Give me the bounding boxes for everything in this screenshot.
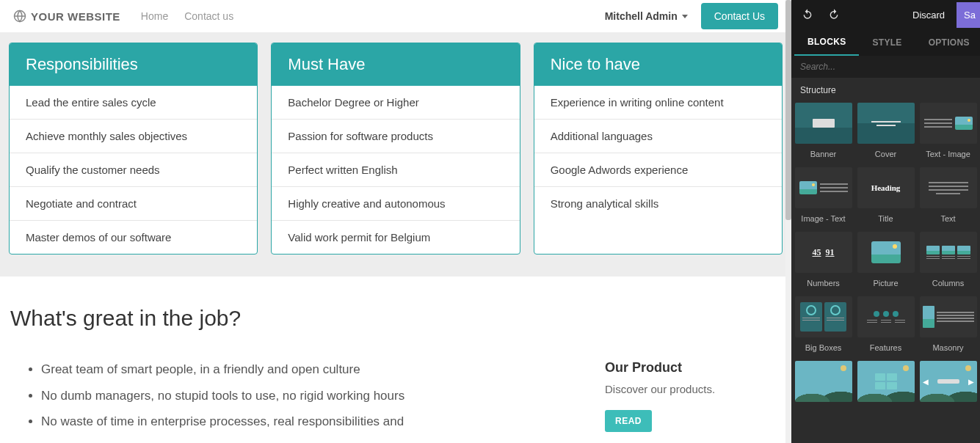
block-label: Text - Image — [926, 150, 970, 158]
nav-links: Home Contact us — [141, 10, 233, 22]
block-thumb — [857, 232, 915, 273]
block-big-boxes[interactable]: Big Boxes — [793, 293, 854, 356]
card-item[interactable]: Passion for software products — [272, 120, 519, 153]
list-item: No waste of time in enterprise processes… — [41, 412, 576, 431]
block-thumb — [857, 103, 915, 144]
user-menu[interactable]: Mitchell Admin — [605, 10, 688, 22]
product-title: Our Product — [605, 360, 781, 376]
block-banner[interactable]: Banner — [793, 100, 854, 163]
block-row5-1[interactable] — [793, 358, 854, 409]
block-numbers[interactable]: 45 91 Numbers — [793, 229, 854, 292]
chevron-down-icon — [682, 15, 688, 18]
block-thumb — [795, 103, 852, 144]
block-thumb — [795, 361, 852, 402]
discard-button[interactable]: Discard — [912, 10, 945, 21]
great-section: What's great in the job? Great team of s… — [0, 277, 791, 439]
block-thumb — [857, 296, 915, 337]
great-list[interactable]: Great team of smart people, in a friendl… — [10, 360, 576, 439]
block-thumb — [920, 103, 977, 144]
block-label: Text — [940, 214, 955, 223]
read-button[interactable]: READ — [605, 410, 652, 432]
card-item[interactable]: Experience in writing online content — [534, 86, 782, 120]
block-masonry[interactable]: Masonry — [918, 293, 979, 356]
editor-top-bar: Discard Sa — [791, 0, 980, 29]
block-thumb — [920, 232, 977, 273]
globe-icon — [13, 10, 26, 23]
block-label: Image - Text — [801, 214, 845, 223]
save-button[interactable]: Sa — [957, 2, 980, 28]
tab-options[interactable]: OPTIONS — [915, 30, 980, 55]
block-thumb — [795, 167, 852, 208]
block-thumb: ◀ ▶ — [920, 361, 977, 402]
search-input[interactable] — [800, 62, 971, 72]
card-nice-to-have[interactable]: Nice to have Experience in writing onlin… — [534, 43, 783, 255]
card-item[interactable]: Master demos of our software — [10, 221, 257, 254]
tab-style[interactable]: STYLE — [859, 30, 915, 55]
card-item[interactable]: Qualify the customer needs — [10, 153, 257, 187]
block-row5-2[interactable] — [855, 358, 916, 409]
nav-link-contact[interactable]: Contact us — [184, 10, 233, 22]
card-header: Nice to have — [534, 43, 782, 86]
block-text[interactable]: Text — [918, 164, 979, 227]
nav-link-home[interactable]: Home — [141, 10, 168, 22]
card-item[interactable]: Perfect written English — [272, 153, 519, 187]
undo-icon[interactable] — [802, 8, 813, 22]
logo-text: YOUR WEBSITE — [31, 10, 120, 23]
blocks-grid: Banner Cover Text - Image Image - Text H… — [791, 100, 980, 409]
block-thumb: Heading — [857, 167, 915, 208]
card-item[interactable]: Achieve monthly sales objectives — [10, 120, 257, 153]
block-image-text[interactable]: Image - Text — [793, 164, 854, 227]
block-cover[interactable]: Cover — [855, 100, 916, 163]
scrollbar-track[interactable] — [785, 0, 791, 443]
tab-blocks[interactable]: BLOCKS — [794, 29, 859, 56]
block-label: Cover — [875, 150, 896, 158]
arrow-right-icon: ▶ — [968, 378, 974, 386]
arrow-left-icon: ◀ — [923, 378, 929, 386]
card-must-have[interactable]: Must Have Bachelor Degree or Higher Pass… — [271, 43, 520, 255]
editor-panel: Discard Sa BLOCKS STYLE OPTIONS Structur… — [791, 0, 980, 443]
card-item[interactable]: Bachelor Degree or Higher — [272, 86, 519, 120]
card-item[interactable]: Additional languages — [534, 120, 782, 153]
section-label-structure: Structure — [791, 78, 980, 100]
cards-section: Responsibilities Lead the entire sales c… — [0, 32, 791, 277]
top-nav: YOUR WEBSITE Home Contact us Mitchell Ad… — [0, 0, 791, 32]
block-picture[interactable]: Picture — [855, 229, 916, 292]
card-item[interactable]: Strong analytical skills — [534, 187, 782, 220]
redo-icon[interactable] — [828, 8, 840, 22]
editor-search — [791, 56, 980, 78]
great-title[interactable]: What's great in the job? — [10, 306, 781, 331]
user-name: Mitchell Admin — [605, 10, 678, 22]
block-thumb: 45 91 — [795, 232, 852, 273]
contact-us-button[interactable]: Contact Us — [701, 3, 778, 29]
card-item[interactable]: Lead the entire sales cycle — [10, 86, 257, 120]
card-header: Responsibilities — [10, 43, 257, 86]
product-column[interactable]: Our Product Discover our products. READ — [605, 360, 781, 439]
block-label: Big Boxes — [805, 343, 842, 352]
block-label: Picture — [873, 279, 898, 288]
block-label: Numbers — [807, 279, 840, 288]
logo[interactable]: YOUR WEBSITE — [13, 10, 120, 23]
scrollbar-thumb[interactable] — [785, 0, 791, 220]
block-text-image[interactable]: Text - Image — [918, 100, 979, 163]
block-columns[interactable]: Columns — [918, 229, 979, 292]
block-thumb — [920, 296, 977, 337]
card-item[interactable]: Negotiate and contract — [10, 187, 257, 221]
block-label: Columns — [932, 279, 964, 288]
card-header: Must Have — [272, 43, 519, 86]
block-thumb — [920, 167, 977, 208]
block-label: Features — [870, 343, 901, 352]
card-item[interactable]: Google Adwords experience — [534, 153, 782, 187]
block-thumb — [857, 361, 915, 402]
block-features[interactable]: Features — [855, 293, 916, 356]
block-row5-3[interactable]: ◀ ▶ — [918, 358, 979, 409]
block-title[interactable]: Heading Title — [855, 164, 916, 227]
block-label: Masonry — [932, 343, 963, 352]
card-item[interactable]: Highly creative and autonomous — [272, 187, 519, 221]
block-thumb — [795, 296, 852, 337]
card-responsibilities[interactable]: Responsibilities Lead the entire sales c… — [9, 43, 258, 255]
list-item: Great team of smart people, in a friendl… — [41, 360, 576, 379]
website-preview: YOUR WEBSITE Home Contact us Mitchell Ad… — [0, 0, 791, 443]
card-item[interactable]: Valid work permit for Belgium — [272, 221, 519, 254]
product-desc: Discover our products. — [605, 383, 781, 395]
editor-tabs: BLOCKS STYLE OPTIONS — [791, 29, 980, 56]
